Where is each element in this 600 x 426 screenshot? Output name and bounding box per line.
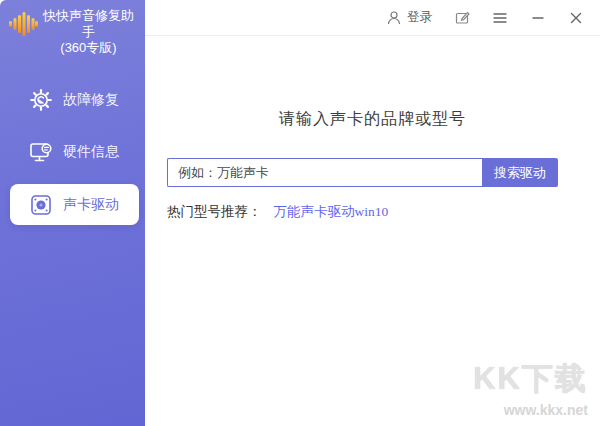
minimize-icon[interactable] (526, 6, 550, 30)
watermark-title: KK下载 (473, 358, 588, 400)
gear-wrench-icon (28, 87, 54, 113)
search-row: 搜索驱动 (167, 158, 558, 187)
app-title-line2: (360专版) (38, 40, 139, 56)
recommend-row: 热门型号推荐： 万能声卡驱动win10 (167, 203, 600, 221)
monitor-info-icon (28, 139, 54, 165)
login-button[interactable]: 登录 (386, 9, 432, 26)
search-input[interactable] (167, 158, 482, 187)
sidebar-item-label: 硬件信息 (63, 143, 119, 161)
watermark: KK下载 www.kkx.net (473, 358, 588, 418)
main-content: 请输入声卡的品牌或型号 搜索驱动 热门型号推荐： 万能声卡驱动win10 KK下… (145, 37, 600, 426)
feedback-icon[interactable] (450, 6, 474, 30)
sidebar-item-label: 故障修复 (63, 91, 119, 109)
app-title-line1: 快快声音修复助手 (38, 8, 139, 40)
audio-wave-logo-icon (8, 8, 38, 42)
app-title: 快快声音修复助手 (360专版) (38, 8, 139, 56)
sidebar-item-label: 声卡驱动 (63, 196, 119, 214)
menu-icon[interactable] (488, 6, 512, 30)
sidebar: 快快声音修复助手 (360专版) (0, 0, 145, 426)
sidebar-menu: 故障修复 硬件信息 (0, 80, 145, 225)
watermark-url: www.kkx.net (473, 402, 588, 418)
sidebar-item-fault-repair[interactable]: 故障修复 (0, 80, 145, 120)
login-label: 登录 (407, 9, 432, 26)
page-title: 请输入声卡的品牌或型号 (145, 109, 600, 130)
app-brand: 快快声音修复助手 (360专版) (0, 0, 145, 56)
close-icon[interactable] (564, 6, 588, 30)
search-driver-button[interactable]: 搜索驱动 (482, 158, 558, 187)
sidebar-item-sound-driver[interactable]: 声卡驱动 (10, 184, 139, 225)
speaker-icon (28, 192, 54, 218)
recommend-label: 热门型号推荐： (167, 203, 262, 221)
sidebar-item-hardware-info[interactable]: 硬件信息 (0, 132, 145, 172)
titlebar: 登录 (145, 0, 600, 36)
recommend-link[interactable]: 万能声卡驱动win10 (274, 203, 389, 221)
user-icon (386, 10, 402, 26)
app-window: 快快声音修复助手 (360专版) (0, 0, 600, 426)
